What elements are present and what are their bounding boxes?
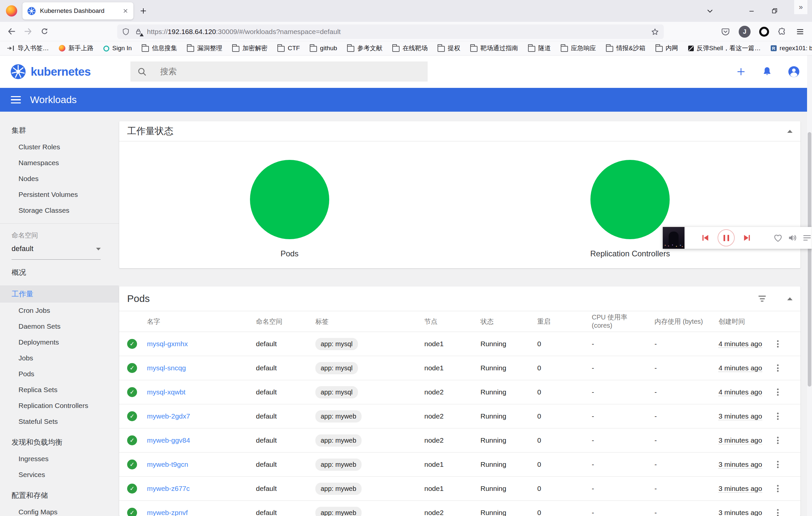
url-bar[interactable]: https://192.168.64.120:30009/#/workloads…	[117, 24, 664, 39]
pause-icon[interactable]	[718, 229, 735, 247]
sidebar-item-namespaces[interactable]: Namespaces	[0, 155, 119, 171]
sidebar-item-config-maps[interactable]: Config Maps	[0, 504, 119, 516]
bookmark-vuln-notes[interactable]: 漏洞整理	[187, 44, 222, 53]
new-tab-button[interactable]	[139, 7, 147, 15]
sidebar-item-persistent-volumes[interactable]: Persistent Volumes	[0, 187, 119, 202]
account-circle-icon[interactable]	[788, 65, 800, 78]
tab-close-icon[interactable]	[122, 8, 129, 14]
favorite-heart-icon[interactable]	[773, 233, 783, 243]
bookmark-sign-in[interactable]: Sign In	[104, 45, 132, 52]
sidebar-item-cron-jobs[interactable]: Cron Jobs	[0, 303, 119, 318]
bookmark-intranet[interactable]: 内网	[656, 44, 678, 53]
notifications-bell-icon[interactable]	[761, 66, 773, 77]
sidebar-item-discovery-loadbalancing[interactable]: 发现和负载均衡	[0, 434, 119, 451]
extensions-puzzle-icon[interactable]	[778, 27, 787, 36]
sidebar-item-services[interactable]: Services	[0, 467, 119, 483]
search-input[interactable]	[160, 67, 421, 76]
back-button[interactable]	[3, 24, 20, 39]
pod-created-time[interactable]: 3 minutes ago	[719, 509, 762, 516]
bookmarks-overflow-chevron-icon[interactable]: »	[794, 0, 807, 14]
pod-created-time[interactable]: 4 minutes ago	[719, 340, 762, 348]
sidebar-item-config-storage[interactable]: 配置和存储	[0, 487, 119, 504]
pod-actions-menu-icon[interactable]	[773, 485, 783, 492]
bookmark-online-ranges[interactable]: 在线靶场	[392, 44, 428, 53]
bookmark-info-gathering[interactable]: 信息搜集	[142, 44, 177, 53]
browser-menu-icon[interactable]	[795, 27, 805, 36]
next-track-icon[interactable]	[742, 233, 752, 243]
pod-actions-menu-icon[interactable]	[773, 461, 783, 468]
pod-created-time[interactable]: 3 minutes ago	[719, 485, 762, 492]
scrollbar-thumb[interactable]	[808, 132, 811, 386]
firefox-logo-icon[interactable]	[6, 5, 17, 17]
bookmark-regex101[interactable]: regex101: build, test…	[771, 45, 812, 52]
sidebar-item-workloads[interactable]: 工作量	[0, 285, 119, 303]
sidebar-item-pods[interactable]: Pods	[0, 366, 119, 382]
pod-created-time[interactable]: 4 minutes ago	[719, 364, 762, 372]
bookmark-range-guide[interactable]: 靶场通过指南	[470, 44, 518, 53]
window-minimize-button[interactable]	[744, 0, 759, 22]
pod-created-time[interactable]: 4 minutes ago	[719, 388, 762, 396]
pod-name-link[interactable]: myweb-z677c	[147, 485, 190, 492]
sidebar-menu-icon[interactable]	[11, 96, 21, 104]
forward-button[interactable]	[20, 24, 36, 39]
pod-created-time[interactable]: 3 minutes ago	[719, 412, 762, 420]
tracking-protection-shield-icon[interactable]	[122, 28, 130, 36]
previous-track-icon[interactable]	[700, 233, 710, 243]
pocket-icon[interactable]	[721, 27, 730, 36]
pod-name-link[interactable]: mysql-sncqg	[147, 364, 186, 372]
reload-button[interactable]	[36, 24, 53, 39]
sidebar-item-cluster[interactable]: 集群	[0, 122, 119, 139]
sidebar-item-ingresses[interactable]: Ingresses	[0, 451, 119, 467]
pod-name-link[interactable]: mysql-xqwbt	[147, 388, 185, 396]
bookmark-getting-started[interactable]: 新手上路	[59, 44, 93, 53]
namespace-select[interactable]: default	[11, 242, 101, 260]
filter-list-icon[interactable]	[756, 296, 769, 302]
volume-icon[interactable]	[788, 233, 798, 243]
bookmark-github[interactable]: github	[310, 45, 337, 52]
pod-name-link[interactable]: myweb-ggv84	[147, 436, 190, 444]
account-avatar[interactable]: J	[739, 26, 751, 38]
pod-name-link[interactable]: mysql-gxmhx	[147, 340, 188, 347]
pod-actions-menu-icon[interactable]	[773, 437, 783, 444]
sidebar-item-nodes[interactable]: Nodes	[0, 171, 119, 187]
bookmark-import[interactable]: 导入书签…	[7, 44, 49, 53]
bookmark-reverse-shell[interactable]: 反弹Shell，看这一篇…	[688, 44, 761, 53]
pod-actions-menu-icon[interactable]	[773, 509, 783, 516]
create-plus-icon[interactable]	[735, 66, 747, 77]
playlist-icon[interactable]	[802, 233, 812, 243]
collapse-card-icon[interactable]	[787, 297, 792, 300]
bookmark-references[interactable]: 参考文献	[347, 44, 382, 53]
sidebar-item-replication-controllers[interactable]: Replication Controllers	[0, 398, 119, 413]
sidebar-item-deployments[interactable]: Deployments	[0, 334, 119, 350]
album-art[interactable]	[663, 227, 685, 249]
sidebar-item-jobs[interactable]: Jobs	[0, 350, 119, 366]
pod-actions-menu-icon[interactable]	[773, 389, 783, 396]
bookmark-intel-sandbox[interactable]: 情报&沙箱	[606, 44, 645, 53]
pod-actions-menu-icon[interactable]	[773, 412, 783, 420]
collapse-card-icon[interactable]	[787, 130, 792, 133]
pod-actions-menu-icon[interactable]	[773, 340, 783, 347]
pod-actions-menu-icon[interactable]	[773, 364, 783, 372]
bookmark-star-icon[interactable]	[651, 28, 659, 36]
pod-name-link[interactable]: myweb-zpnvf	[147, 509, 188, 516]
sidebar-item-daemon-sets[interactable]: Daemon Sets	[0, 318, 119, 334]
pod-name-link[interactable]: myweb-t9gcn	[147, 460, 188, 468]
tab-list-chevron-icon[interactable]	[702, 0, 718, 22]
pod-name-link[interactable]: myweb-2gdx7	[147, 412, 190, 420]
bookmark-incident-response[interactable]: 应急响应	[561, 44, 596, 53]
bookmark-crypto[interactable]: 加密解密	[232, 44, 267, 53]
window-restore-button[interactable]	[767, 0, 782, 22]
sidebar-item-stateful-sets[interactable]: Stateful Sets	[0, 413, 119, 429]
sidebar-item-storage-classes[interactable]: Storage Classes	[0, 202, 119, 218]
bookmark-tunneling[interactable]: 隧道	[528, 44, 551, 53]
browser-tab[interactable]: Kubernetes Dashboard	[23, 2, 134, 20]
pod-created-time[interactable]: 3 minutes ago	[719, 436, 762, 444]
sidebar-item-replica-sets[interactable]: Replica Sets	[0, 382, 119, 398]
extension-ring-icon[interactable]	[759, 27, 769, 37]
sidebar-item-cluster-roles[interactable]: Cluster Roles	[0, 139, 119, 155]
connection-lock-warning-icon[interactable]	[135, 28, 142, 36]
kubernetes-brand[interactable]: kubernetes	[10, 63, 91, 80]
pod-created-time[interactable]: 3 minutes ago	[719, 460, 762, 468]
bookmark-privesc[interactable]: 提权	[438, 44, 460, 53]
page-scrollbar[interactable]	[807, 56, 812, 516]
